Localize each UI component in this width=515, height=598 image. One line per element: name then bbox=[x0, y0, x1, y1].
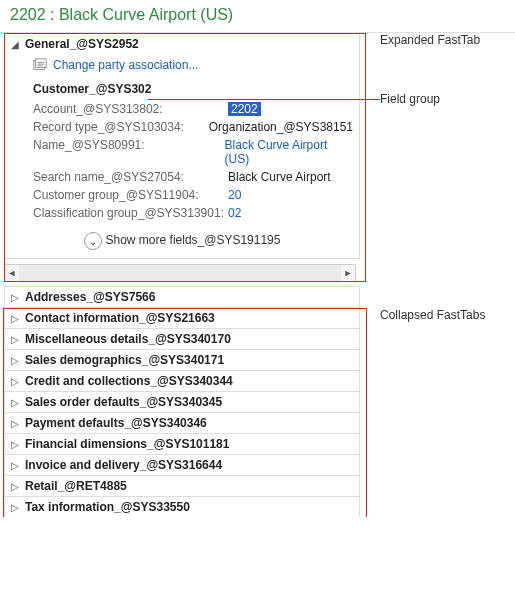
chevron-right-icon: ▷ bbox=[11, 292, 21, 303]
scrollbar-track[interactable] bbox=[19, 265, 341, 281]
fasttab-header[interactable]: ▷Miscellaneous details_@SYS340170 bbox=[5, 329, 359, 349]
annotation-line-fieldgroup bbox=[148, 99, 380, 100]
chevron-down-icon: ⌄ bbox=[84, 232, 102, 250]
field-label: Account_@SYS313802: bbox=[33, 102, 228, 116]
field-row: Name_@SYS80991:Black Curve Airport (US) bbox=[5, 136, 359, 168]
fasttab-title: Sales order defaults_@SYS340345 bbox=[25, 395, 222, 409]
chevron-down-icon: ◢ bbox=[11, 39, 21, 50]
field-row: Customer group_@SYS11904:20 bbox=[5, 186, 359, 204]
chevron-right-icon: ▷ bbox=[11, 355, 21, 366]
fasttab-title: Addresses_@SYS7566 bbox=[25, 290, 155, 304]
fasttab-collapsed: ▷Sales order defaults_@SYS340345 bbox=[4, 391, 360, 413]
field-row: Search name_@SYS27054:Black Curve Airpor… bbox=[5, 168, 359, 186]
field-label: Record type_@SYS103034: bbox=[33, 120, 209, 134]
fasttab-title: Contact information_@SYS21663 bbox=[25, 311, 215, 325]
chevron-right-icon: ▷ bbox=[11, 334, 21, 345]
annotation-label-fieldgroup: Field group bbox=[380, 92, 440, 106]
fasttab-collapsed: ▷Miscellaneous details_@SYS340170 bbox=[4, 328, 360, 350]
fasttab-header[interactable]: ▷Financial dimensions_@SYS101181 bbox=[5, 434, 359, 454]
fasttab-collapsed: ▷Payment defaults_@SYS340346 bbox=[4, 412, 360, 434]
change-party-link[interactable]: Change party association... bbox=[53, 58, 198, 72]
chevron-right-icon: ▷ bbox=[11, 502, 21, 513]
fasttab-header[interactable]: ▷Sales order defaults_@SYS340345 bbox=[5, 392, 359, 412]
field-label: Customer group_@SYS11904: bbox=[33, 188, 228, 202]
field-row: Classification group_@SYS313901:02 bbox=[5, 204, 359, 222]
fasttab-title: Payment defaults_@SYS340346 bbox=[25, 416, 207, 430]
chevron-right-icon: ▷ bbox=[11, 439, 21, 450]
field-row: Account_@SYS313802:2202 bbox=[5, 100, 359, 118]
fasttab-header-general[interactable]: ◢ General_@SYS2952 bbox=[5, 34, 359, 54]
field-value: Organization_@SYS38151 bbox=[209, 120, 353, 134]
field-value: Black Curve Airport bbox=[228, 170, 331, 184]
chevron-right-icon: ▷ bbox=[11, 397, 21, 408]
change-association-icon bbox=[33, 58, 47, 72]
field-value[interactable]: 20 bbox=[228, 188, 241, 202]
fasttab-collapsed: ▷Addresses_@SYS7566 bbox=[4, 286, 360, 308]
field-value[interactable]: 02 bbox=[228, 206, 241, 220]
horizontal-scrollbar[interactable]: ◄ ► bbox=[4, 264, 356, 282]
fasttab-collapsed: ▷Invoice and delivery_@SYS316644 bbox=[4, 454, 360, 476]
fasttab-title: Miscellaneous details_@SYS340170 bbox=[25, 332, 231, 346]
fasttab-collapsed: ▷Sales demographics_@SYS340171 bbox=[4, 349, 360, 371]
fasttab-title: Invoice and delivery_@SYS316644 bbox=[25, 458, 222, 472]
field-value[interactable]: Black Curve Airport (US) bbox=[225, 138, 353, 166]
fasttab-header[interactable]: ▷Sales demographics_@SYS340171 bbox=[5, 350, 359, 370]
page-title: 2202 : Black Curve Airport (US) bbox=[0, 0, 515, 33]
fasttab-header[interactable]: ▷Contact information_@SYS21663 bbox=[5, 308, 359, 328]
fasttab-header[interactable]: ▷Payment defaults_@SYS340346 bbox=[5, 413, 359, 433]
show-more-fields[interactable]: ⌄Show more fields_@SYS191195 bbox=[5, 222, 359, 258]
fasttab-header[interactable]: ▷Invoice and delivery_@SYS316644 bbox=[5, 455, 359, 475]
fasttab-collapsed: ▷Financial dimensions_@SYS101181 bbox=[4, 433, 360, 455]
chevron-right-icon: ▷ bbox=[11, 481, 21, 492]
fasttab-title: Credit and collections_@SYS340344 bbox=[25, 374, 233, 388]
scroll-left-icon[interactable]: ◄ bbox=[5, 268, 19, 278]
fasttab-collapsed: ▷Credit and collections_@SYS340344 bbox=[4, 370, 360, 392]
annotation-label-expanded: Expanded FastTab bbox=[380, 33, 480, 47]
scroll-right-icon[interactable]: ► bbox=[341, 268, 355, 278]
fasttab-title: Tax information_@SYS33550 bbox=[25, 500, 190, 514]
field-group-title: Customer_@SYS302 bbox=[5, 78, 359, 100]
fasttab-title: Sales demographics_@SYS340171 bbox=[25, 353, 224, 367]
fasttab-collapsed: ▷Retail_@RET4885 bbox=[4, 475, 360, 497]
chevron-right-icon: ▷ bbox=[11, 313, 21, 324]
annotation-label-collapsed: Collapsed FastTabs bbox=[380, 308, 485, 322]
chevron-right-icon: ▷ bbox=[11, 418, 21, 429]
fasttab-title: Retail_@RET4885 bbox=[25, 479, 127, 493]
field-label: Search name_@SYS27054: bbox=[33, 170, 228, 184]
field-row: Record type_@SYS103034: Organization_@SY… bbox=[5, 118, 359, 136]
chevron-right-icon: ▷ bbox=[11, 460, 21, 471]
chevron-right-icon: ▷ bbox=[11, 376, 21, 387]
fasttab-general: ◢ General_@SYS2952 Change party associat… bbox=[4, 33, 360, 259]
fasttab-collapsed: ▷Contact information_@SYS21663 bbox=[4, 307, 360, 329]
fasttab-header[interactable]: ▷Retail_@RET4885 bbox=[5, 476, 359, 496]
fasttab-header[interactable]: ▷Tax information_@SYS33550 bbox=[5, 497, 359, 517]
field-label: Name_@SYS80991: bbox=[33, 138, 225, 166]
fasttab-header[interactable]: ▷Credit and collections_@SYS340344 bbox=[5, 371, 359, 391]
fasttab-title: General_@SYS2952 bbox=[25, 37, 139, 51]
fasttab-title: Financial dimensions_@SYS101181 bbox=[25, 437, 229, 451]
fasttab-header[interactable]: ▷Addresses_@SYS7566 bbox=[5, 287, 359, 307]
field-value: 2202 bbox=[228, 102, 261, 116]
field-label: Classification group_@SYS313901: bbox=[33, 206, 228, 220]
fasttab-collapsed: ▷Tax information_@SYS33550 bbox=[4, 496, 360, 517]
